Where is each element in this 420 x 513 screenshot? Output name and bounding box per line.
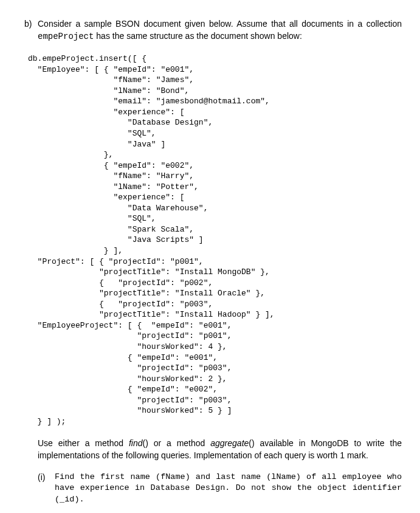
method-find: find: [129, 438, 143, 448]
question-intro: Consider a sample BSON document given be…: [38, 18, 402, 43]
subquestion-i: (i) Find the first name (fName) and last…: [38, 472, 402, 506]
intro-part2: has the same structure as the document s…: [94, 31, 301, 41]
question-b-header: b) Consider a sample BSON document given…: [24, 18, 402, 43]
intro-part1: Consider a sample BSON document given be…: [38, 19, 402, 29]
question-label: b): [24, 18, 38, 30]
instr-mid: or a method: [148, 438, 210, 448]
method-aggregate: aggregate: [210, 438, 249, 448]
paren2: (): [249, 438, 254, 448]
sub-text: Find the first name (fName) and last nam…: [55, 472, 402, 506]
instr-part1: Use either a method: [38, 438, 129, 448]
intro-code: empeProject: [38, 32, 94, 41]
instruction-paragraph: Use either a method find() or a method a…: [38, 438, 402, 461]
bson-code-block: db.empeProject.insert([ { "Employee": [ …: [28, 53, 402, 427]
sub-label: (i): [38, 472, 55, 484]
paren1: (): [142, 438, 148, 448]
